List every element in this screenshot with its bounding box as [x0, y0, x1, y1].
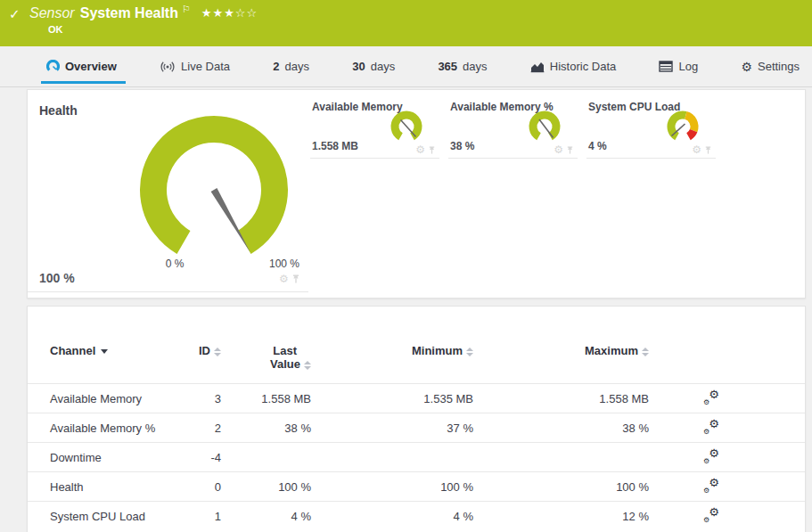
channel-name: Health [28, 480, 184, 494]
channel-name: Available Memory [28, 392, 184, 405]
channel-id: 3 [184, 392, 225, 405]
sort-arrows-icon [304, 361, 311, 370]
column-header-channel[interactable]: Channel [28, 344, 184, 357]
flag-icon[interactable]: ⚐ [182, 4, 191, 15]
tab-log[interactable]: Log [655, 46, 701, 86]
gauge-settings-icon[interactable]: ⚙ [692, 144, 701, 155]
tab-label: days [463, 60, 487, 73]
channel-settings-icon[interactable]: ⚙⚙ [703, 507, 719, 523]
column-header-maximum[interactable]: Maximum [473, 344, 649, 357]
channel-name: Available Memory % [28, 422, 184, 435]
mini-gauge-system-cpu-load: System CPU Load 4 % ⚙ [586, 97, 716, 159]
gauge-settings-icon[interactable]: ⚙ [554, 144, 563, 155]
gauge-icon [46, 60, 60, 73]
tab-historic-data[interactable]: Historic Data [527, 46, 619, 86]
sensor-header: ✓ SensorSystem Health⚐★★★☆☆ OK [0, 0, 812, 46]
tab-label: Log [678, 60, 698, 73]
page-title: System Health [80, 5, 178, 20]
health-gauge-value: 100 % [39, 271, 75, 285]
channel-settings-icon[interactable]: ⚙⚙ [703, 419, 719, 435]
channel-id: 1 [184, 510, 225, 523]
channel-settings-icon[interactable]: ⚙⚙ [703, 478, 719, 494]
pin-icon[interactable] [428, 145, 436, 155]
pin-icon[interactable] [704, 145, 712, 155]
available-memory-pct-gauge [523, 109, 566, 143]
status-check-icon: ✓ [9, 6, 21, 22]
tab-365-days[interactable]: 365 days [434, 46, 490, 86]
sensor-kicker: Sensor [29, 5, 75, 20]
mini-gauge-available-memory-pct: Available Memory % 38 % ⚙ [448, 97, 578, 159]
channel-minimum: 1.535 MB [313, 392, 473, 405]
channel-name: System CPU Load [28, 510, 184, 523]
tab-label: Settings [758, 60, 800, 73]
channel-name: Downtime [28, 451, 184, 464]
log-list-icon [659, 61, 673, 72]
sort-caret-icon [101, 349, 108, 354]
tab-label: days [371, 60, 395, 73]
table-row: Available Memory 3 1.558 MB 1.535 MB 1.5… [28, 383, 805, 413]
gauge-settings-icon[interactable]: ⚙ [415, 144, 425, 155]
table-row: System CPU Load 1 4 % 4 % 12 % ⚙⚙ [28, 501, 805, 530]
mini-gauge-value: 38 % [450, 140, 474, 152]
channel-settings-icon[interactable]: ⚙⚙ [703, 448, 719, 464]
tab-label: Historic Data [550, 60, 616, 73]
channel-minimum: 37 % [313, 422, 473, 435]
channel-last-value: 4 % [225, 510, 313, 523]
gauge-settings-icon[interactable]: ⚙ [279, 274, 289, 284]
channel-minimum: 100 % [313, 480, 473, 494]
table-row: Downtime -4 ⚙⚙ [28, 442, 805, 471]
available-memory-gauge [385, 109, 428, 143]
tab-label: Live Data [181, 60, 230, 73]
column-header-last-value[interactable]: Last Value [225, 344, 313, 371]
system-cpu-load-gauge [661, 109, 704, 143]
tab-label: days [284, 60, 308, 73]
channel-last-value: 1.558 MB [225, 392, 313, 405]
gauges-panel: Health 0 % 100 % 100 % ⚙ Available Memor… [27, 89, 806, 299]
tab-number: 30 [352, 60, 365, 73]
channel-maximum: 1.558 MB [473, 392, 649, 405]
tab-overview[interactable]: Overview [43, 46, 120, 86]
channel-last-value: 100 % [225, 480, 313, 494]
pin-icon[interactable] [566, 145, 574, 155]
table-row: Available Memory % 2 38 % 37 % 38 % ⚙⚙ [28, 413, 805, 442]
gear-icon: ⚙ [741, 61, 752, 73]
channel-settings-icon[interactable]: ⚙⚙ [703, 389, 719, 405]
tab-30-days[interactable]: 30 days [349, 46, 398, 86]
priority-stars[interactable]: ★★★☆☆ [201, 6, 258, 20]
live-data-icon [160, 60, 176, 74]
health-scale-min: 0 % [152, 258, 197, 270]
channel-last-value: 38 % [225, 422, 313, 435]
tab-label: Overview [65, 60, 117, 73]
health-tile-divider [28, 291, 308, 292]
tab-live-data[interactable]: Live Data [156, 46, 234, 86]
channel-id: -4 [184, 451, 225, 464]
tab-bar: Overview Live Data 2 days 30 days 365 da… [0, 46, 812, 87]
table-header-row: Channel ID Last Value Minimum Maximum [28, 344, 805, 383]
mini-gauge-available-memory: Available Memory 1.558 MB ⚙ [310, 97, 439, 159]
historic-chart-icon [530, 61, 545, 73]
column-header-id[interactable]: ID [184, 344, 225, 357]
sort-arrows-icon [642, 348, 649, 356]
channel-maximum: 38 % [473, 422, 649, 435]
column-header-minimum[interactable]: Minimum [313, 344, 473, 357]
table-row: Health 0 100 % 100 % 100 % ⚙⚙ [28, 471, 805, 501]
tab-number: 2 [273, 60, 279, 73]
health-gauge-title: Health [39, 103, 78, 118]
pin-icon[interactable] [291, 274, 300, 284]
channel-id: 2 [184, 422, 225, 435]
channel-id: 0 [184, 480, 225, 494]
status-badge: OK [48, 24, 63, 35]
health-scale-max: 100 % [258, 258, 311, 270]
sort-arrows-icon [214, 348, 221, 356]
tab-2-days[interactable]: 2 days [269, 46, 313, 86]
tab-number: 365 [438, 60, 457, 73]
sort-arrows-icon [466, 348, 473, 356]
channel-maximum: 12 % [473, 510, 649, 523]
mini-gauge-value: 1.558 MB [312, 140, 358, 152]
tab-settings[interactable]: ⚙ Settings [737, 46, 803, 86]
mini-gauge-value: 4 % [588, 140, 607, 152]
channel-minimum: 4 % [313, 510, 473, 523]
channel-maximum: 100 % [473, 480, 649, 494]
health-gauge [134, 110, 294, 270]
channels-table-panel: Channel ID Last Value Minimum Maximum Av… [27, 306, 806, 532]
